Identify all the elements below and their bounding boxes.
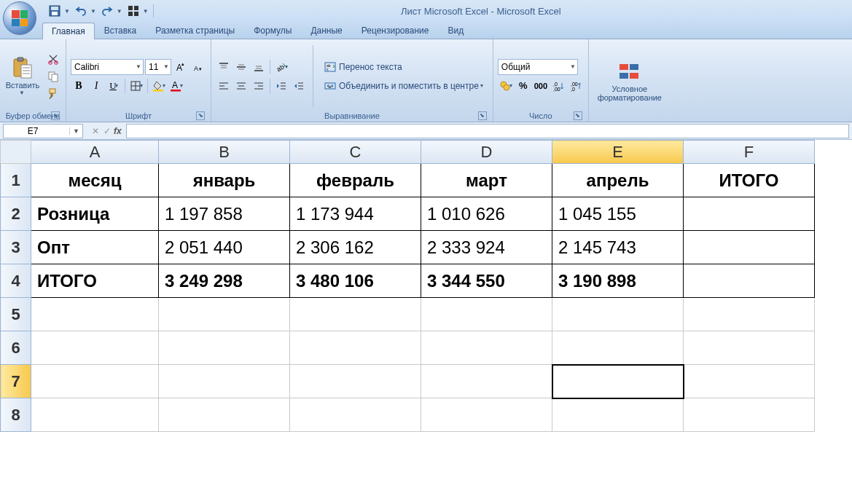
increase-indent-icon[interactable]: [291, 78, 307, 94]
cell-F8[interactable]: [684, 398, 815, 432]
shrink-font-icon[interactable]: A▾: [190, 59, 206, 75]
cell-C5[interactable]: [290, 298, 421, 331]
col-header-E[interactable]: E: [552, 141, 684, 164]
wrap-text-button[interactable]: abc Перенос текста: [319, 59, 488, 75]
font-dialog-launcher[interactable]: ⬊: [196, 111, 205, 120]
cell-B5[interactable]: [159, 298, 290, 331]
fx-icon[interactable]: fx: [114, 126, 122, 136]
merge-center-button[interactable]: a Объединить и поместить в центре▾: [319, 78, 488, 94]
row-header-3[interactable]: 3: [1, 231, 31, 264]
align-center-icon[interactable]: [233, 78, 249, 94]
orientation-icon[interactable]: ab▾: [273, 59, 289, 75]
save-icon[interactable]: [48, 4, 61, 17]
col-header-D[interactable]: D: [421, 141, 552, 164]
cell-A4[interactable]: ИТОГО: [31, 264, 159, 298]
cell-C4[interactable]: 3 480 106: [290, 264, 421, 298]
underline-icon[interactable]: U▾: [106, 78, 122, 94]
fill-color-icon[interactable]: ▾: [151, 78, 167, 94]
number-format-combo[interactable]: Общий▼: [498, 59, 578, 75]
undo-icon[interactable]: [74, 4, 87, 17]
cell-B6[interactable]: [159, 331, 290, 365]
tab-review[interactable]: Рецензирование: [352, 22, 439, 39]
alignment-dialog-launcher[interactable]: ⬊: [478, 111, 487, 120]
cell-E7[interactable]: [552, 365, 684, 398]
undo-dropdown[interactable]: ▼: [90, 8, 96, 15]
tab-formulas[interactable]: Формулы: [244, 22, 301, 39]
tab-view[interactable]: Вид: [438, 22, 473, 39]
tab-data[interactable]: Данные: [301, 22, 351, 39]
comma-format-icon[interactable]: 000: [533, 78, 549, 94]
cell-A3[interactable]: Опт: [31, 231, 159, 264]
cell-B7[interactable]: [159, 365, 290, 398]
cell-E5[interactable]: [552, 298, 684, 331]
cell-F4[interactable]: [684, 264, 815, 298]
cell-F1[interactable]: ИТОГО: [684, 164, 815, 197]
cell-D6[interactable]: [421, 331, 552, 365]
align-top-icon[interactable]: [216, 59, 232, 75]
cell-C3[interactable]: 2 306 162: [290, 231, 421, 264]
clipboard-dialog-launcher[interactable]: ⬊: [51, 111, 60, 120]
copy-icon[interactable]: [45, 68, 61, 84]
save-dropdown[interactable]: ▼: [64, 8, 70, 15]
decrease-decimal-icon[interactable]: ,00,0: [568, 78, 584, 94]
tab-insert[interactable]: Вставка: [95, 22, 146, 39]
name-box-input[interactable]: [4, 126, 62, 136]
cell-B2[interactable]: 1 197 858: [159, 197, 290, 231]
cell-D2[interactable]: 1 010 626: [421, 197, 552, 231]
cell-D4[interactable]: 3 344 550: [421, 264, 552, 298]
col-header-C[interactable]: C: [290, 141, 421, 164]
cell-E6[interactable]: [552, 331, 684, 365]
align-left-icon[interactable]: [216, 78, 232, 94]
row-header-4[interactable]: 4: [1, 264, 31, 298]
cell-B3[interactable]: 2 051 440: [159, 231, 290, 264]
cell-A8[interactable]: [31, 398, 159, 432]
tab-page-layout[interactable]: Разметка страницы: [146, 22, 244, 39]
row-header-8[interactable]: 8: [1, 398, 31, 432]
row-header-5[interactable]: 5: [1, 298, 31, 331]
cell-A6[interactable]: [31, 331, 159, 365]
col-header-A[interactable]: A: [31, 141, 159, 164]
col-header-F[interactable]: F: [684, 141, 815, 164]
cell-E1[interactable]: апрель: [552, 164, 684, 197]
font-size-combo[interactable]: 11▼: [145, 59, 171, 75]
align-right-icon[interactable]: [251, 78, 267, 94]
percent-format-icon[interactable]: %: [515, 78, 531, 94]
cell-C6[interactable]: [290, 331, 421, 365]
cell-B1[interactable]: январь: [159, 164, 290, 197]
office-button[interactable]: [3, 1, 36, 35]
redo-dropdown[interactable]: ▼: [117, 8, 122, 15]
grow-font-icon[interactable]: A▴: [173, 59, 189, 75]
cell-D3[interactable]: 2 333 924: [421, 231, 552, 264]
cell-C8[interactable]: [290, 398, 421, 432]
cell-C1[interactable]: февраль: [290, 164, 421, 197]
italic-icon[interactable]: I: [88, 78, 104, 94]
cell-D1[interactable]: март: [421, 164, 552, 197]
cell-A2[interactable]: Розница: [31, 197, 159, 231]
cell-E4[interactable]: 3 190 898: [552, 264, 684, 298]
number-dialog-launcher[interactable]: ⬊: [574, 111, 582, 120]
decrease-indent-icon[interactable]: [273, 78, 289, 94]
spreadsheet-grid[interactable]: A B C D E F 1 месяц январь февраль март …: [0, 140, 852, 432]
cell-D7[interactable]: [421, 365, 552, 398]
cell-E2[interactable]: 1 045 155: [552, 197, 684, 231]
cell-A7[interactable]: [31, 365, 159, 398]
name-box[interactable]: ▼: [3, 124, 83, 138]
cell-E3[interactable]: 2 145 743: [552, 231, 684, 264]
select-all-corner[interactable]: [1, 141, 31, 164]
cell-A5[interactable]: [31, 298, 159, 331]
conditional-formatting-button[interactable]: Условное форматирование: [593, 42, 666, 119]
redo-icon[interactable]: [101, 4, 114, 17]
qat-customize[interactable]: ▼: [143, 8, 149, 15]
name-box-dropdown[interactable]: ▼: [69, 127, 82, 135]
cell-B4[interactable]: 3 249 298: [159, 264, 290, 298]
align-bottom-icon[interactable]: [251, 59, 267, 75]
cell-C7[interactable]: [290, 365, 421, 398]
cell-C2[interactable]: 1 173 944: [290, 197, 421, 231]
cell-D5[interactable]: [421, 298, 552, 331]
accounting-format-icon[interactable]: ▾: [498, 78, 514, 94]
cell-F5[interactable]: [684, 298, 815, 331]
row-header-7[interactable]: 7: [1, 365, 31, 398]
cell-E8[interactable]: [552, 398, 684, 432]
qat-button[interactable]: [127, 4, 140, 17]
borders-icon[interactable]: ▾: [128, 78, 144, 94]
